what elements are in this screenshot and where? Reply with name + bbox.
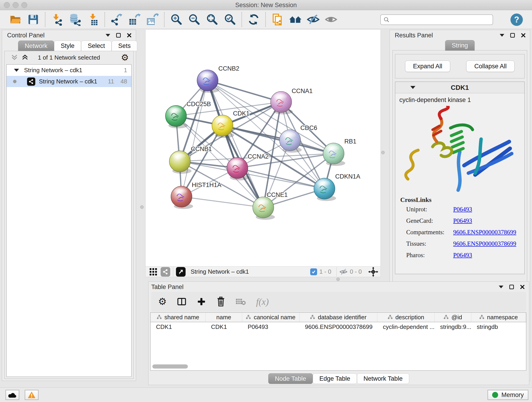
zoom-in-button[interactable] — [167, 12, 185, 27]
column-header-name[interactable]: name — [206, 313, 242, 322]
panel-menu-icon[interactable] — [499, 286, 503, 288]
delete-column-trash-icon[interactable] — [216, 297, 225, 307]
string-home-button[interactable] — [286, 12, 304, 27]
cell-name[interactable]: CDK1 — [206, 322, 242, 332]
tab-select[interactable]: Select — [81, 41, 112, 51]
panel-menu-icon[interactable] — [500, 34, 504, 37]
open-session-button[interactable] — [6, 12, 24, 27]
column-header-database-identifier[interactable]: database identifier — [299, 313, 377, 322]
column-header-canonical-name[interactable]: canonical name — [242, 313, 299, 322]
search-input[interactable] — [392, 16, 490, 23]
collapse-all-button[interactable]: Collapse All — [466, 61, 515, 72]
export-image-icon — [146, 13, 158, 26]
column-header-shared-name[interactable]: shared name — [151, 313, 206, 322]
cloud-status-button[interactable] — [6, 390, 19, 400]
network-edge[interactable] — [208, 80, 281, 102]
crosslink-genecard-link[interactable]: P06493 — [453, 217, 472, 224]
cell-description[interactable]: cyclin-dependent ... — [377, 322, 435, 332]
expand-all-button[interactable]: Expand All — [405, 61, 450, 72]
add-column-plus-icon[interactable] — [196, 297, 206, 306]
protein-entry-header[interactable]: CDK1 — [395, 82, 525, 93]
network-node-CDKN1A[interactable] — [314, 178, 336, 201]
table-type-tabs: Node Table Edge Table Network Table — [148, 373, 529, 384]
import-network-file-button[interactable] — [48, 12, 66, 27]
cell-database-identifier[interactable]: 9606.ENSP00000378699 — [299, 322, 377, 332]
cell-shared-name[interactable]: CDK1 — [151, 322, 206, 332]
tab-network-table[interactable]: Network Table — [357, 373, 409, 384]
show-columns-icon[interactable] — [177, 297, 186, 306]
tab-network[interactable]: Network — [18, 41, 54, 51]
network-node-HIST1H1A[interactable] — [171, 186, 193, 209]
table-row[interactable]: CDK1 CDK1 P06493 9606.ENSP00000378699 cy… — [151, 322, 526, 332]
close-panel-icon[interactable] — [127, 33, 132, 38]
save-session-button[interactable] — [24, 12, 42, 27]
zoom-selected-button[interactable] — [221, 12, 239, 27]
network-edge[interactable] — [181, 197, 263, 207]
help-button[interactable]: ? — [510, 13, 523, 26]
right-splitter-handle[interactable] — [381, 151, 385, 154]
close-panel-icon[interactable] — [520, 284, 525, 289]
tab-node-table[interactable]: Node Table — [268, 373, 313, 384]
float-window-icon[interactable] — [510, 33, 515, 38]
toolbar-separator — [336, 267, 336, 276]
zoom-fit-button[interactable] — [203, 12, 221, 27]
crosslink-uniprot-link[interactable]: P06493 — [453, 206, 472, 213]
tab-sets[interactable]: Sets — [112, 41, 137, 51]
left-splitter-handle[interactable] — [140, 205, 144, 209]
column-type-icon — [443, 315, 449, 320]
crosslink-pharos-link[interactable]: P06493 — [453, 252, 472, 259]
crosslink-label: GeneCard: — [406, 217, 453, 224]
table-options-gear-icon[interactable]: ⚙ — [158, 297, 167, 306]
network-node-count: 11 — [108, 78, 114, 85]
float-window-icon[interactable] — [116, 33, 121, 38]
collapse-tree-icon[interactable] — [14, 69, 19, 72]
export-table-button[interactable] — [126, 12, 143, 27]
warnings-button[interactable] — [25, 390, 38, 400]
network-row[interactable]: String Network – cdk1 11 48 — [7, 76, 131, 87]
crosslink-tissues-link[interactable]: 9606.ENSP00000378699 — [453, 240, 516, 247]
memory-button[interactable]: Memory — [488, 390, 528, 400]
column-header-description[interactable]: description — [377, 313, 435, 322]
fit-content-crosshair-icon[interactable] — [368, 267, 378, 277]
network-node-CDK1[interactable] — [212, 115, 234, 138]
network-node-RB1[interactable] — [323, 143, 345, 166]
grid-view-icon[interactable] — [149, 268, 157, 276]
network-canvas[interactable]: CCNB2CCNA1CDC25BCDK1CDC6RB1CCNB1CCNA2CDK… — [145, 30, 381, 266]
horizontal-scrollbar[interactable] — [152, 364, 188, 369]
close-panel-icon[interactable] — [521, 33, 526, 38]
import-table-button[interactable] — [84, 12, 102, 27]
network-share-icon[interactable] — [161, 267, 170, 277]
node-table[interactable]: shared name name canonical name database… — [150, 313, 526, 370]
cell-canonical-name[interactable]: P06493 — [242, 322, 299, 332]
detach-view-icon[interactable] — [176, 267, 186, 277]
bottom-splitter-handle[interactable] — [336, 278, 340, 281]
column-header-namespace[interactable]: namespace — [471, 313, 526, 322]
hide-glass-panel-button[interactable] — [304, 12, 322, 27]
apply-layout-button[interactable] — [245, 12, 263, 27]
import-network-icon — [51, 13, 63, 26]
node-label-CCNB1: CCNB1 — [191, 146, 212, 153]
network-node-CCNA1[interactable] — [271, 91, 293, 114]
tab-string-results[interactable]: String — [445, 40, 475, 51]
selected-checkbox-icon[interactable] — [310, 268, 317, 275]
network-collection-row[interactable]: String Network – cdk1 1 — [7, 65, 131, 76]
tab-edge-table[interactable]: Edge Table — [313, 373, 357, 384]
float-window-icon[interactable] — [509, 285, 514, 289]
export-network-button[interactable] — [108, 12, 126, 27]
column-header-id[interactable]: @id — [435, 313, 471, 322]
network-node-CCNB2[interactable] — [197, 70, 219, 93]
crosslink-compartments-link[interactable]: 9606.ENSP00000378699 — [453, 229, 516, 236]
zoom-out-button[interactable] — [185, 12, 203, 27]
column-type-icon — [388, 315, 393, 320]
string-protein-query-button[interactable] — [268, 12, 286, 27]
tab-style[interactable]: Style — [54, 41, 81, 51]
panel-menu-icon[interactable] — [106, 34, 110, 37]
show-hide-eye-button[interactable] — [322, 12, 340, 27]
export-image-button[interactable] — [143, 12, 161, 27]
network-edge[interactable] — [181, 80, 208, 197]
network-node-CCNA2[interactable] — [227, 157, 249, 180]
cell-namespace[interactable]: stringdb — [471, 322, 526, 332]
import-network-database-button[interactable] — [66, 12, 84, 27]
cell-id[interactable]: stringdb:9... — [435, 322, 471, 332]
network-node-CDC25B[interactable] — [165, 105, 188, 128]
